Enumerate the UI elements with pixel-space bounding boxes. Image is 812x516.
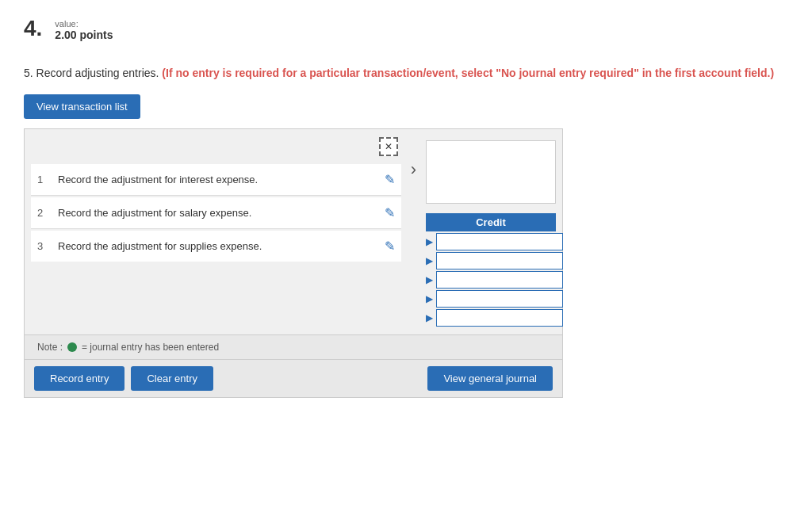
right-panel: Credit ▶ ▶ ▶	[419, 129, 562, 334]
credit-input-2[interactable]	[436, 252, 563, 269]
entry-number: 1	[37, 174, 48, 185]
credit-arrow-icon: ▶	[426, 236, 433, 247]
credit-arrow-icon: ▶	[426, 293, 433, 304]
view-general-journal-button[interactable]: View general journal	[427, 366, 553, 391]
instruction-warning: (If no entry is required for a particula…	[162, 67, 774, 79]
note-section: Note : = journal entry has been entered	[25, 334, 562, 359]
credit-input-5[interactable]	[436, 309, 563, 327]
credit-section: Credit ▶ ▶ ▶	[419, 213, 562, 327]
credit-input-row: ▶	[426, 233, 556, 250]
credit-header: Credit	[426, 213, 556, 231]
instruction-text: Record adjusting entries.	[36, 67, 159, 79]
credit-arrow-icon: ▶	[426, 255, 433, 266]
entry-list: 1 Record the adjustment for interest exp…	[25, 164, 408, 262]
credit-input-row: ▶	[426, 271, 556, 289]
detail-popup	[426, 140, 556, 204]
record-entry-button[interactable]: Record entry	[34, 366, 124, 391]
list-item: 3 Record the adjustment for supplies exp…	[31, 231, 401, 262]
entry-list-section: ✕ 1 Record the adjustment for interest e…	[25, 129, 408, 334]
credit-input-row: ▶	[426, 290, 556, 308]
view-transaction-button[interactable]: View transaction list	[24, 94, 140, 119]
edit-icon[interactable]: ✎	[385, 205, 395, 220]
credit-input-row: ▶	[426, 252, 556, 269]
list-item: 1 Record the adjustment for interest exp…	[31, 164, 401, 196]
entry-text: Record the adjustment for interest expen…	[58, 174, 375, 185]
question-text: 5. Record adjusting entries. (If no entr…	[24, 65, 788, 82]
value-label: value:	[55, 19, 113, 29]
question-number-inline: 5.	[24, 67, 33, 79]
main-panel: ✕ 1 Record the adjustment for interest e…	[24, 128, 563, 398]
entry-text: Record the adjustment for supplies expen…	[58, 240, 375, 252]
entry-text: Record the adjustment for salary expense…	[58, 207, 375, 219]
entry-number: 3	[37, 240, 48, 252]
question-number: 4.	[24, 16, 42, 41]
credit-inputs: ▶ ▶ ▶ ▶	[419, 233, 562, 327]
credit-input-3[interactable]	[436, 271, 563, 289]
value-points: 2.00 points	[55, 29, 113, 41]
credit-input-row: ▶	[426, 309, 556, 327]
close-icon[interactable]: ✕	[379, 137, 398, 156]
credit-input-1[interactable]	[436, 233, 563, 250]
bottom-buttons-bar: Record entry Clear entry View general jo…	[25, 359, 562, 397]
entry-number: 2	[37, 207, 48, 219]
edit-icon[interactable]: ✎	[385, 172, 395, 187]
chevron-area: ›	[408, 129, 419, 334]
note-dot-icon	[67, 342, 77, 352]
list-item: 2 Record the adjustment for salary expen…	[31, 197, 401, 229]
credit-arrow-icon: ▶	[426, 274, 433, 285]
note-text: = journal entry has been entered	[82, 342, 219, 353]
clear-entry-button[interactable]: Clear entry	[131, 366, 213, 391]
credit-arrow-icon: ▶	[426, 312, 433, 323]
edit-icon[interactable]: ✎	[385, 239, 395, 254]
credit-input-4[interactable]	[436, 290, 563, 308]
chevron-button[interactable]: ›	[411, 161, 416, 178]
note-label: Note :	[37, 342, 63, 353]
